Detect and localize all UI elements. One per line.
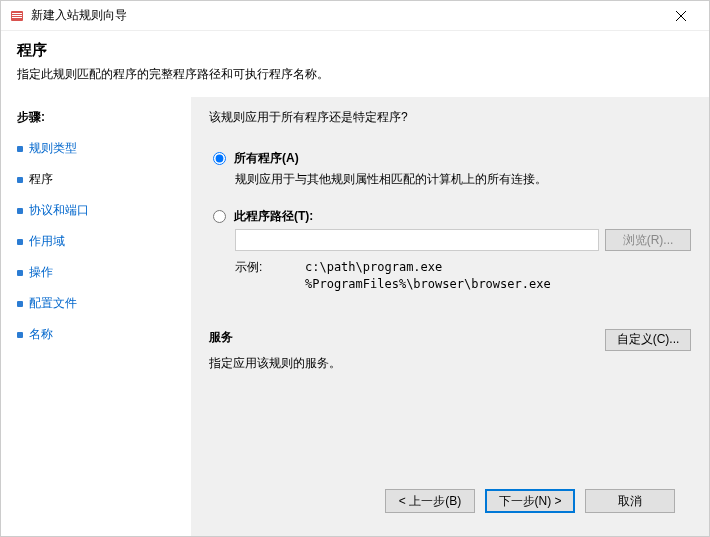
wizard-body: 步骤: 规则类型 程序 协议和端口 作用域 操作: [1, 97, 709, 536]
service-row: 服务 自定义(C)...: [209, 329, 691, 351]
example-label: 示例:: [235, 259, 275, 293]
step-label: 协议和端口: [29, 202, 89, 219]
example-row: 示例: c:\path\program.exe %ProgramFiles%\b…: [235, 259, 691, 293]
radio-path-label: 此程序路径(T):: [234, 208, 313, 225]
step-protocol-ports[interactable]: 协议和端口: [17, 198, 175, 223]
steps-sidebar: 步骤: 规则类型 程序 协议和端口 作用域 操作: [1, 97, 191, 536]
radio-all-programs[interactable]: 所有程序(A): [213, 150, 691, 167]
bullet-icon: [17, 146, 23, 152]
service-section: 服务 自定义(C)... 指定应用该规则的服务。: [209, 329, 691, 372]
program-path-input[interactable]: [235, 229, 599, 251]
content-panel: 该规则应用于所有程序还是特定程序? 所有程序(A) 规则应用于与其他规则属性相匹…: [191, 97, 709, 536]
radio-path-input[interactable]: [213, 210, 226, 223]
service-label: 服务: [209, 329, 233, 346]
bullet-icon: [17, 270, 23, 276]
window-title: 新建入站规则向导: [31, 7, 661, 24]
titlebar: 新建入站规则向导: [1, 1, 709, 31]
back-button[interactable]: < 上一步(B): [385, 489, 475, 513]
wizard-footer: < 上一步(B) 下一步(N) > 取消: [209, 476, 691, 526]
path-row: 浏览(R)...: [235, 229, 691, 251]
service-desc: 指定应用该规则的服务。: [209, 355, 691, 372]
bullet-icon: [17, 301, 23, 307]
bullet-icon: [17, 177, 23, 183]
step-rule-type[interactable]: 规则类型: [17, 136, 175, 161]
bullet-icon: [17, 332, 23, 338]
next-button[interactable]: 下一步(N) >: [485, 489, 575, 513]
steps-heading: 步骤:: [17, 109, 175, 126]
step-label: 规则类型: [29, 140, 77, 157]
example-code: c:\path\program.exe %ProgramFiles%\brows…: [305, 259, 551, 293]
step-label: 操作: [29, 264, 53, 281]
step-profile[interactable]: 配置文件: [17, 291, 175, 316]
step-program[interactable]: 程序: [17, 167, 175, 192]
svg-rect-1: [12, 13, 22, 14]
bullet-icon: [17, 208, 23, 214]
app-icon: [9, 8, 25, 24]
customize-button[interactable]: 自定义(C)...: [605, 329, 691, 351]
radio-group: 所有程序(A) 规则应用于与其他规则属性相匹配的计算机上的所有连接。 此程序路径…: [213, 150, 691, 293]
page-description: 指定此规则匹配的程序的完整程序路径和可执行程序名称。: [17, 66, 693, 83]
step-label: 配置文件: [29, 295, 77, 312]
bullet-icon: [17, 239, 23, 245]
wizard-header: 程序 指定此规则匹配的程序的完整程序路径和可执行程序名称。: [1, 31, 709, 97]
svg-rect-2: [12, 15, 22, 16]
page-title: 程序: [17, 41, 693, 60]
step-label: 程序: [29, 171, 53, 188]
cancel-button[interactable]: 取消: [585, 489, 675, 513]
content-inner: 该规则应用于所有程序还是特定程序? 所有程序(A) 规则应用于与其他规则属性相匹…: [209, 109, 691, 476]
radio-program-path[interactable]: 此程序路径(T):: [213, 208, 691, 225]
svg-rect-3: [12, 17, 22, 18]
radio-all-input[interactable]: [213, 152, 226, 165]
question-text: 该规则应用于所有程序还是特定程序?: [209, 109, 691, 126]
browse-button[interactable]: 浏览(R)...: [605, 229, 691, 251]
radio-all-desc: 规则应用于与其他规则属性相匹配的计算机上的所有连接。: [235, 171, 691, 188]
step-label: 作用域: [29, 233, 65, 250]
wizard-window: 新建入站规则向导 程序 指定此规则匹配的程序的完整程序路径和可执行程序名称。 步…: [0, 0, 710, 537]
step-action[interactable]: 操作: [17, 260, 175, 285]
step-name[interactable]: 名称: [17, 322, 175, 347]
step-scope[interactable]: 作用域: [17, 229, 175, 254]
radio-all-label: 所有程序(A): [234, 150, 299, 167]
step-label: 名称: [29, 326, 53, 343]
close-button[interactable]: [661, 2, 701, 30]
